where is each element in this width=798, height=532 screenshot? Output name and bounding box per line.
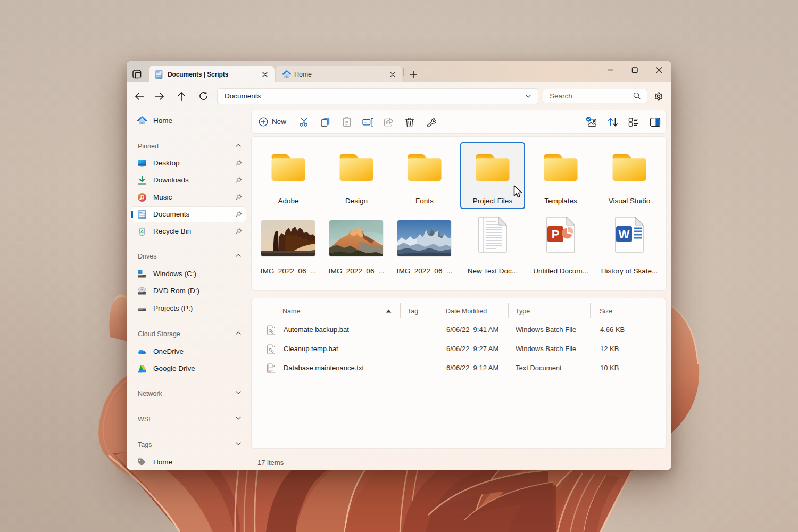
svg-text:P: P — [552, 228, 560, 241]
svg-text:W: W — [619, 228, 630, 241]
